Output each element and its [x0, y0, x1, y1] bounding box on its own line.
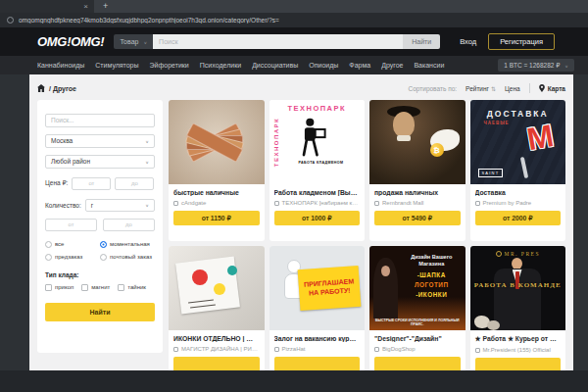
- new-tab-icon[interactable]: +: [103, 2, 108, 11]
- vendor-row[interactable]: Mr.President (155) Official: [475, 347, 562, 353]
- price-button[interactable]: [173, 357, 260, 370]
- price-button[interactable]: от 5490 ₽: [374, 211, 461, 225]
- apply-filters-button[interactable]: Найти: [45, 303, 155, 321]
- vendor-row[interactable]: ТЕХНОПАРК [набираем к…: [274, 200, 361, 206]
- checkbox-magnet[interactable]: магнит: [81, 284, 110, 291]
- price-button[interactable]: от 1000 ₽: [274, 211, 361, 225]
- site-info-icon[interactable]: [7, 17, 14, 24]
- product-title[interactable]: ИКОНКИ ОТДЕЛЬНО | …: [173, 335, 260, 342]
- product-card[interactable]: ₿ продажа наличных Rembrandt Mall от 549…: [369, 100, 466, 241]
- district-select[interactable]: Любой район ∨: [45, 155, 155, 169]
- city-select[interactable]: Москва ∨: [45, 134, 155, 148]
- vendor-name[interactable]: BigDogShop: [382, 346, 416, 352]
- product-image-president[interactable]: MR. PRES РАБОТА В КОМАНДЕ: [470, 246, 566, 330]
- url-text[interactable]: omgomgnghdfpkneeg74kmob3dgsfxugjdbhpq2on…: [19, 17, 279, 24]
- product-image-icons-collage[interactable]: [169, 246, 265, 330]
- vendor-name[interactable]: Rembrandt Mall: [382, 200, 423, 206]
- radio-icon[interactable]: [100, 254, 107, 261]
- checkbox-icon[interactable]: [81, 284, 88, 291]
- register-button[interactable]: Регистрация: [488, 33, 555, 50]
- checkbox-buried[interactable]: прикоп: [45, 284, 74, 291]
- radio-preorder[interactable]: предзаказ: [45, 254, 100, 261]
- search-input[interactable]: [153, 34, 403, 49]
- vendor-name[interactable]: Mr.President (155) Official: [483, 347, 551, 353]
- btc-rate-chip[interactable]: 1 BTC = 1268282 ₽ ∨: [498, 59, 574, 72]
- price-button[interactable]: от 2000 ₽: [475, 211, 562, 225]
- nav-item-cannabinoids[interactable]: Каннабиноиды: [37, 62, 84, 69]
- radio-icon[interactable]: [45, 254, 52, 261]
- vendor-row[interactable]: BigDogShop: [374, 346, 461, 352]
- filter-search-input[interactable]: [45, 114, 155, 127]
- product-image-cash[interactable]: [169, 100, 265, 184]
- product-image-delivery[interactable]: ДОСТАВКА ЧАЕВЫЕ М SAINT: [470, 100, 566, 184]
- search-button[interactable]: Найти: [403, 34, 440, 49]
- nav-item-stimulants[interactable]: Стимуляторы: [95, 62, 138, 69]
- product-title[interactable]: Работа кладменом [Вы…: [274, 189, 361, 196]
- nav-item-vacancies[interactable]: Вакансии: [414, 62, 444, 69]
- product-title[interactable]: ★ Работа ★ Курьер от …: [475, 335, 562, 343]
- product-image-technopark[interactable]: ТЕХНОПАРК ТЕХНОПАРК РАБОТА КЛАДМЕНОМ: [270, 100, 366, 184]
- price-button[interactable]: [274, 357, 361, 370]
- nav-item-dissociatives[interactable]: Диссоциативы: [252, 62, 298, 69]
- unit-value: г: [91, 202, 93, 209]
- sort-rating-label: Рейтинг: [466, 85, 489, 92]
- browser-urlbar[interactable]: omgomgnghdfpkneeg74kmob3dgsfxugjdbhpq2on…: [0, 13, 588, 27]
- vendor-name[interactable]: Premium by Padre: [483, 200, 532, 206]
- login-link[interactable]: Вход: [460, 37, 476, 46]
- nav-item-opioids[interactable]: Опиоиды: [309, 62, 338, 69]
- close-icon[interactable]: ×: [83, 3, 88, 11]
- checkbox-icon[interactable]: [118, 284, 124, 291]
- product-card[interactable]: ДОСТАВКА ЧАЕВЫЕ М SAINT Доставка Pr: [470, 100, 566, 241]
- product-title[interactable]: продажа наличных: [374, 189, 461, 196]
- nav-item-psychedelics[interactable]: Психоделики: [200, 62, 241, 69]
- checkbox-hidden[interactable]: тайник: [118, 284, 146, 291]
- product-title[interactable]: "Designer"-"Дизайн": [374, 335, 461, 342]
- product-card[interactable]: ПРИГЛАШАЕМ НА РАБОТУ! Залог на вакансию …: [270, 246, 366, 370]
- vendor-row[interactable]: МАГИСТР ДИЗАЙНА | РИ…: [173, 346, 260, 352]
- price-to-input[interactable]: [115, 177, 154, 190]
- product-card[interactable]: ТЕХНОПАРК ТЕХНОПАРК РАБОТА КЛАДМЕНОМ: [270, 100, 366, 241]
- browser-tab[interactable]: ×: [0, 0, 94, 13]
- vendor-name[interactable]: PizzaHat: [282, 346, 306, 352]
- product-card[interactable]: ИКОНКИ ОТДЕЛЬНО | … МАГИСТР ДИЗАЙНА | РИ…: [169, 246, 265, 370]
- search-category-select[interactable]: Товар ∨: [114, 34, 153, 49]
- product-card[interactable]: MR. PRES РАБОТА В КОМАНДЕ: [470, 246, 566, 370]
- product-title[interactable]: быстрые наличные: [173, 189, 260, 196]
- price-button[interactable]: от 1150 ₽: [173, 211, 260, 225]
- vendor-row[interactable]: Rembrandt Mall: [374, 200, 461, 206]
- product-image-rembrandt[interactable]: ₿: [369, 100, 466, 184]
- product-title[interactable]: Залог на вакансию кур…: [274, 335, 361, 342]
- vendor-name[interactable]: cAndgate: [181, 200, 206, 206]
- map-toggle[interactable]: Карта: [539, 84, 565, 92]
- radio-postal[interactable]: почтовый заказ: [100, 254, 155, 261]
- unit-select[interactable]: г ∨: [85, 199, 155, 212]
- sort-by-rating[interactable]: Рейтинг ⇅: [466, 85, 496, 92]
- price-button[interactable]: [374, 357, 461, 370]
- breadcrumb[interactable]: / Другое: [37, 84, 76, 92]
- nav-item-pharma[interactable]: Фарма: [349, 62, 370, 69]
- vendor-row[interactable]: PizzaHat: [274, 346, 361, 352]
- product-image-invite[interactable]: ПРИГЛАШАЕМ НА РАБОТУ!: [270, 246, 366, 330]
- price-from-input[interactable]: [72, 177, 111, 190]
- product-image-design[interactable]: Дизайн Вашего Магазина -ШАПКА ЛОГОТИП -И…: [369, 246, 466, 330]
- quantity-to-input[interactable]: [103, 219, 155, 231]
- vendor-row[interactable]: cAndgate: [173, 200, 260, 206]
- price-button[interactable]: [475, 358, 562, 370]
- site-logo[interactable]: OMG!OMG!: [37, 34, 104, 49]
- home-icon[interactable]: [37, 84, 45, 92]
- product-card[interactable]: быстрые наличные cAndgate от 1150 ₽: [169, 100, 265, 241]
- radio-icon[interactable]: [45, 241, 52, 248]
- radio-checked-icon[interactable]: [100, 241, 107, 248]
- nav-item-euphoretics[interactable]: Эйфоретики: [150, 62, 189, 69]
- product-card[interactable]: Дизайн Вашего Магазина -ШАПКА ЛОГОТИП -И…: [369, 246, 466, 370]
- product-title[interactable]: Доставка: [475, 189, 562, 196]
- nav-item-other[interactable]: Другое: [381, 62, 403, 69]
- vendor-row[interactable]: Premium by Padre: [475, 200, 562, 206]
- radio-all[interactable]: все: [45, 241, 100, 248]
- checkbox-icon[interactable]: [45, 284, 52, 291]
- vendor-name[interactable]: МАГИСТР ДИЗАЙНА | РИ…: [181, 346, 258, 352]
- vendor-name[interactable]: ТЕХНОПАРК [набираем к…: [282, 200, 359, 206]
- sort-by-price[interactable]: Цена: [505, 85, 520, 92]
- radio-instant[interactable]: моментальная: [100, 241, 155, 248]
- quantity-from-input[interactable]: [45, 219, 97, 231]
